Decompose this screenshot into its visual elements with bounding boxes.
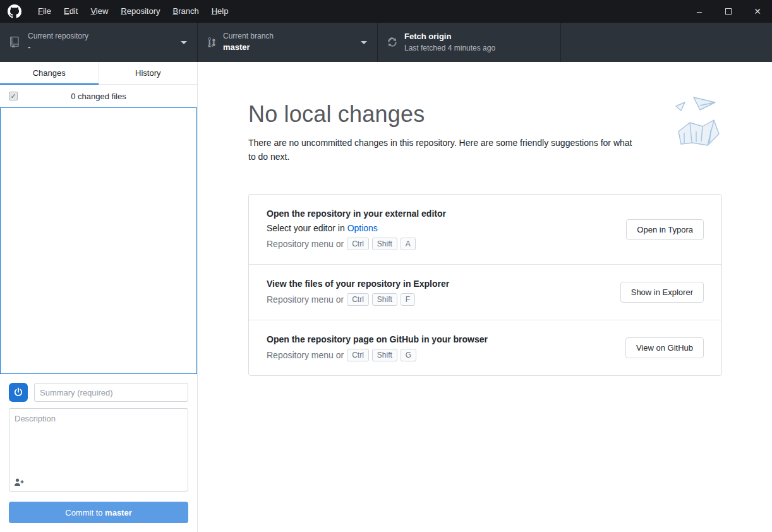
window-controls: – ✕ xyxy=(685,0,772,23)
git-branch-icon xyxy=(208,37,215,48)
commit-button[interactable]: Commit to master xyxy=(9,502,188,523)
suggestion-shortcut: Repository menu or Ctrl Shift G xyxy=(267,349,613,361)
suggestion-line-prefix: Select your editor in xyxy=(267,223,347,233)
key-g: G xyxy=(401,349,416,361)
titlebar: File Edit View Repository Branch Help – … xyxy=(0,0,772,23)
key-f: F xyxy=(401,293,415,306)
shortcut-prefix: Repository menu or xyxy=(267,350,344,360)
suggestion-title: View the files of your repository in Exp… xyxy=(267,279,608,289)
sync-icon xyxy=(388,37,397,48)
changed-files-list[interactable] xyxy=(0,107,197,374)
github-logo-icon xyxy=(8,4,21,18)
sidebar: Changes History ✓ 0 changed files xyxy=(0,62,198,532)
content: Changes History ✓ 0 changed files xyxy=(0,62,772,532)
maximize-glyph xyxy=(725,8,732,15)
key-shift: Shift xyxy=(372,293,397,306)
description-input[interactable] xyxy=(9,408,188,492)
current-repository-label: Current repository xyxy=(28,32,88,42)
current-branch-label: Current branch xyxy=(223,32,274,42)
menu-repository[interactable]: Repository xyxy=(114,0,166,23)
menu-edit[interactable]: Edit xyxy=(57,0,84,23)
key-a: A xyxy=(401,238,416,250)
suggestion-title: Open the repository in your external edi… xyxy=(267,209,613,219)
summary-input[interactable] xyxy=(34,383,188,402)
chevron-down-icon xyxy=(361,41,367,44)
key-shift: Shift xyxy=(372,349,397,361)
fetch-origin-detail: Last fetched 4 minutes ago xyxy=(404,44,495,54)
maximize-icon[interactable] xyxy=(714,0,743,23)
suggestion-shortcut: Repository menu or Ctrl Shift A xyxy=(267,238,613,250)
fetch-origin-button[interactable]: Fetch origin Last fetched 4 minutes ago xyxy=(378,23,561,62)
add-coauthor-icon[interactable] xyxy=(14,478,24,487)
suggestions-box: Open the repository in your external edi… xyxy=(248,194,722,376)
commit-button-branch: master xyxy=(105,508,132,517)
menu-file[interactable]: File xyxy=(32,0,57,23)
tab-changes[interactable]: Changes xyxy=(0,62,99,84)
repo-icon xyxy=(10,37,20,48)
menu-branch[interactable]: Branch xyxy=(166,0,205,23)
open-in-editor-button[interactable]: Open in Typora xyxy=(626,219,704,240)
key-ctrl: Ctrl xyxy=(347,293,369,306)
current-repository-value: - xyxy=(28,42,88,53)
select-all-checkbox[interactable]: ✓ xyxy=(9,92,18,100)
page-subtitle: There are no uncommitted changes in this… xyxy=(248,136,640,164)
current-repository-dropdown[interactable]: Current repository - xyxy=(0,23,198,62)
suggestion-shortcut: Repository menu or Ctrl Shift F xyxy=(267,293,608,306)
changed-files-row: ✓ 0 changed files xyxy=(0,85,197,107)
key-ctrl: Ctrl xyxy=(347,349,369,361)
shortcut-prefix: Repository menu or xyxy=(267,239,344,249)
chevron-down-icon xyxy=(181,41,187,44)
no-changes-illustration-icon xyxy=(648,95,724,160)
options-link[interactable]: Options xyxy=(347,223,378,233)
commit-form: Commit to master xyxy=(0,374,197,532)
shortcut-prefix: Repository menu or xyxy=(267,294,344,305)
suggestion-view-github: Open the repository page on GitHub in yo… xyxy=(249,320,721,375)
close-icon[interactable]: ✕ xyxy=(743,0,772,23)
minimize-icon[interactable]: – xyxy=(685,0,714,23)
current-branch-value: master xyxy=(223,42,274,53)
suggestion-open-editor: Open the repository in your external edi… xyxy=(249,195,721,264)
changed-files-count: 0 changed files xyxy=(0,92,197,101)
current-branch-dropdown[interactable]: Current branch master xyxy=(198,23,378,62)
menu-view[interactable]: View xyxy=(84,0,114,23)
main-panel: No local changes There are no uncommitte… xyxy=(198,62,772,532)
suggestion-show-explorer: View the files of your repository in Exp… xyxy=(249,264,721,320)
show-in-explorer-button[interactable]: Show in Explorer xyxy=(620,282,704,303)
menubar: File Edit View Repository Branch Help xyxy=(32,0,234,23)
suggestion-title: Open the repository page on GitHub in yo… xyxy=(267,334,613,344)
key-shift: Shift xyxy=(372,238,397,250)
sidebar-tabs: Changes History xyxy=(0,62,197,85)
toolbar: Current repository - Current branch mast… xyxy=(0,23,772,62)
view-on-github-button[interactable]: View on GitHub xyxy=(625,337,704,358)
fetch-origin-title: Fetch origin xyxy=(404,32,495,42)
menu-help[interactable]: Help xyxy=(205,0,235,23)
commit-button-prefix: Commit to xyxy=(65,508,105,517)
tab-history[interactable]: History xyxy=(99,62,198,84)
key-ctrl: Ctrl xyxy=(347,238,369,250)
avatar xyxy=(9,383,28,402)
